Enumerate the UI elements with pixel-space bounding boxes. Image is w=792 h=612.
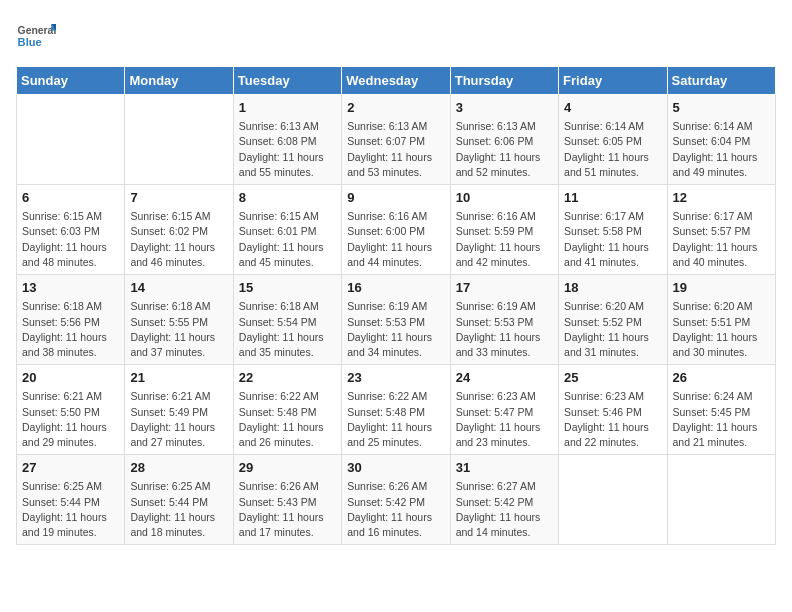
- calendar-cell: 9Sunrise: 6:16 AMSunset: 6:00 PMDaylight…: [342, 185, 450, 275]
- day-info: Sunrise: 6:13 AMSunset: 6:08 PMDaylight:…: [239, 119, 336, 180]
- calendar-cell: 18Sunrise: 6:20 AMSunset: 5:52 PMDayligh…: [559, 275, 667, 365]
- calendar-cell: 29Sunrise: 6:26 AMSunset: 5:43 PMDayligh…: [233, 455, 341, 545]
- calendar-cell: 8Sunrise: 6:15 AMSunset: 6:01 PMDaylight…: [233, 185, 341, 275]
- calendar-cell: [559, 455, 667, 545]
- day-number: 3: [456, 99, 553, 117]
- day-number: 7: [130, 189, 227, 207]
- calendar-cell: 31Sunrise: 6:27 AMSunset: 5:42 PMDayligh…: [450, 455, 558, 545]
- day-number: 29: [239, 459, 336, 477]
- svg-text:General: General: [18, 25, 56, 36]
- day-number: 21: [130, 369, 227, 387]
- calendar-cell: 19Sunrise: 6:20 AMSunset: 5:51 PMDayligh…: [667, 275, 775, 365]
- day-info: Sunrise: 6:26 AMSunset: 5:43 PMDaylight:…: [239, 479, 336, 540]
- calendar-week-row: 27Sunrise: 6:25 AMSunset: 5:44 PMDayligh…: [17, 455, 776, 545]
- day-info: Sunrise: 6:23 AMSunset: 5:47 PMDaylight:…: [456, 389, 553, 450]
- day-number: 10: [456, 189, 553, 207]
- calendar-cell: 12Sunrise: 6:17 AMSunset: 5:57 PMDayligh…: [667, 185, 775, 275]
- day-info: Sunrise: 6:23 AMSunset: 5:46 PMDaylight:…: [564, 389, 661, 450]
- calendar-cell: 20Sunrise: 6:21 AMSunset: 5:50 PMDayligh…: [17, 365, 125, 455]
- day-info: Sunrise: 6:26 AMSunset: 5:42 PMDaylight:…: [347, 479, 444, 540]
- day-info: Sunrise: 6:15 AMSunset: 6:01 PMDaylight:…: [239, 209, 336, 270]
- calendar-cell: 2Sunrise: 6:13 AMSunset: 6:07 PMDaylight…: [342, 95, 450, 185]
- day-info: Sunrise: 6:13 AMSunset: 6:07 PMDaylight:…: [347, 119, 444, 180]
- day-number: 27: [22, 459, 119, 477]
- day-number: 19: [673, 279, 770, 297]
- day-number: 18: [564, 279, 661, 297]
- calendar-cell: [17, 95, 125, 185]
- calendar-cell: 28Sunrise: 6:25 AMSunset: 5:44 PMDayligh…: [125, 455, 233, 545]
- day-info: Sunrise: 6:13 AMSunset: 6:06 PMDaylight:…: [456, 119, 553, 180]
- page-header: General Blue: [16, 16, 776, 56]
- day-number: 17: [456, 279, 553, 297]
- day-info: Sunrise: 6:15 AMSunset: 6:03 PMDaylight:…: [22, 209, 119, 270]
- calendar-cell: 27Sunrise: 6:25 AMSunset: 5:44 PMDayligh…: [17, 455, 125, 545]
- calendar-day-header: Monday: [125, 67, 233, 95]
- day-number: 4: [564, 99, 661, 117]
- day-info: Sunrise: 6:25 AMSunset: 5:44 PMDaylight:…: [22, 479, 119, 540]
- day-number: 23: [347, 369, 444, 387]
- day-info: Sunrise: 6:18 AMSunset: 5:54 PMDaylight:…: [239, 299, 336, 360]
- day-number: 15: [239, 279, 336, 297]
- day-number: 11: [564, 189, 661, 207]
- day-number: 30: [347, 459, 444, 477]
- day-number: 5: [673, 99, 770, 117]
- logo: General Blue: [16, 16, 60, 56]
- calendar-week-row: 13Sunrise: 6:18 AMSunset: 5:56 PMDayligh…: [17, 275, 776, 365]
- calendar-cell: 24Sunrise: 6:23 AMSunset: 5:47 PMDayligh…: [450, 365, 558, 455]
- day-number: 28: [130, 459, 227, 477]
- calendar-cell: 7Sunrise: 6:15 AMSunset: 6:02 PMDaylight…: [125, 185, 233, 275]
- day-info: Sunrise: 6:18 AMSunset: 5:55 PMDaylight:…: [130, 299, 227, 360]
- calendar-cell: 16Sunrise: 6:19 AMSunset: 5:53 PMDayligh…: [342, 275, 450, 365]
- day-info: Sunrise: 6:24 AMSunset: 5:45 PMDaylight:…: [673, 389, 770, 450]
- calendar-cell: 15Sunrise: 6:18 AMSunset: 5:54 PMDayligh…: [233, 275, 341, 365]
- calendar-cell: 13Sunrise: 6:18 AMSunset: 5:56 PMDayligh…: [17, 275, 125, 365]
- calendar-cell: [125, 95, 233, 185]
- day-number: 16: [347, 279, 444, 297]
- day-number: 6: [22, 189, 119, 207]
- calendar-cell: 6Sunrise: 6:15 AMSunset: 6:03 PMDaylight…: [17, 185, 125, 275]
- day-info: Sunrise: 6:14 AMSunset: 6:05 PMDaylight:…: [564, 119, 661, 180]
- calendar-cell: 14Sunrise: 6:18 AMSunset: 5:55 PMDayligh…: [125, 275, 233, 365]
- day-info: Sunrise: 6:25 AMSunset: 5:44 PMDaylight:…: [130, 479, 227, 540]
- day-info: Sunrise: 6:16 AMSunset: 5:59 PMDaylight:…: [456, 209, 553, 270]
- day-number: 1: [239, 99, 336, 117]
- calendar-day-header: Thursday: [450, 67, 558, 95]
- day-number: 20: [22, 369, 119, 387]
- calendar-cell: 5Sunrise: 6:14 AMSunset: 6:04 PMDaylight…: [667, 95, 775, 185]
- day-info: Sunrise: 6:19 AMSunset: 5:53 PMDaylight:…: [347, 299, 444, 360]
- calendar-day-header: Sunday: [17, 67, 125, 95]
- calendar-cell: [667, 455, 775, 545]
- day-number: 2: [347, 99, 444, 117]
- calendar-week-row: 1Sunrise: 6:13 AMSunset: 6:08 PMDaylight…: [17, 95, 776, 185]
- day-info: Sunrise: 6:14 AMSunset: 6:04 PMDaylight:…: [673, 119, 770, 180]
- day-info: Sunrise: 6:15 AMSunset: 6:02 PMDaylight:…: [130, 209, 227, 270]
- day-info: Sunrise: 6:20 AMSunset: 5:52 PMDaylight:…: [564, 299, 661, 360]
- day-number: 22: [239, 369, 336, 387]
- day-info: Sunrise: 6:20 AMSunset: 5:51 PMDaylight:…: [673, 299, 770, 360]
- calendar-day-header: Tuesday: [233, 67, 341, 95]
- calendar-cell: 11Sunrise: 6:17 AMSunset: 5:58 PMDayligh…: [559, 185, 667, 275]
- svg-text:Blue: Blue: [18, 36, 42, 48]
- calendar-cell: 26Sunrise: 6:24 AMSunset: 5:45 PMDayligh…: [667, 365, 775, 455]
- calendar-cell: 4Sunrise: 6:14 AMSunset: 6:05 PMDaylight…: [559, 95, 667, 185]
- calendar-cell: 3Sunrise: 6:13 AMSunset: 6:06 PMDaylight…: [450, 95, 558, 185]
- calendar-day-header: Friday: [559, 67, 667, 95]
- calendar-day-header: Wednesday: [342, 67, 450, 95]
- calendar-table: SundayMondayTuesdayWednesdayThursdayFrid…: [16, 66, 776, 545]
- day-number: 25: [564, 369, 661, 387]
- day-info: Sunrise: 6:22 AMSunset: 5:48 PMDaylight:…: [239, 389, 336, 450]
- calendar-week-row: 20Sunrise: 6:21 AMSunset: 5:50 PMDayligh…: [17, 365, 776, 455]
- day-info: Sunrise: 6:16 AMSunset: 6:00 PMDaylight:…: [347, 209, 444, 270]
- day-info: Sunrise: 6:18 AMSunset: 5:56 PMDaylight:…: [22, 299, 119, 360]
- calendar-cell: 10Sunrise: 6:16 AMSunset: 5:59 PMDayligh…: [450, 185, 558, 275]
- calendar-cell: 17Sunrise: 6:19 AMSunset: 5:53 PMDayligh…: [450, 275, 558, 365]
- day-number: 26: [673, 369, 770, 387]
- day-info: Sunrise: 6:19 AMSunset: 5:53 PMDaylight:…: [456, 299, 553, 360]
- day-info: Sunrise: 6:21 AMSunset: 5:50 PMDaylight:…: [22, 389, 119, 450]
- calendar-header-row: SundayMondayTuesdayWednesdayThursdayFrid…: [17, 67, 776, 95]
- calendar-cell: 22Sunrise: 6:22 AMSunset: 5:48 PMDayligh…: [233, 365, 341, 455]
- calendar-week-row: 6Sunrise: 6:15 AMSunset: 6:03 PMDaylight…: [17, 185, 776, 275]
- day-number: 9: [347, 189, 444, 207]
- day-info: Sunrise: 6:27 AMSunset: 5:42 PMDaylight:…: [456, 479, 553, 540]
- day-number: 8: [239, 189, 336, 207]
